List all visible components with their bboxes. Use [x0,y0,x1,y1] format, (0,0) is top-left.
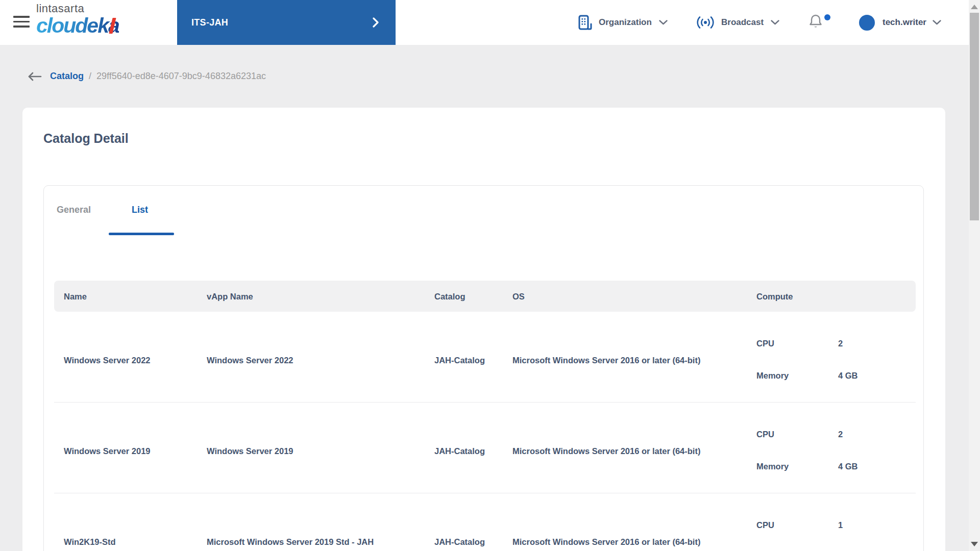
cell-vapp: Microsoft Windows Server 2019 Std - JAH [207,537,374,547]
broadcast-dropdown[interactable]: Broadcast [696,0,779,45]
page-title: Catalog Detail [43,131,129,146]
cell-cpu-value: 2 [838,338,843,348]
table-row: Windows Server 2022 Windows Server 2022 … [54,312,916,403]
tab-general[interactable]: General [57,205,91,215]
cell-memory-label: Memory [756,461,789,471]
back-arrow-icon[interactable] [28,72,42,81]
cell-os: Microsoft Windows Server 2016 or later (… [512,355,700,365]
vertical-scrollbar[interactable] [969,0,980,551]
chevron-down-icon [659,20,668,25]
app-header: lintasarta cloudeka ITS-JAH Organization [0,0,980,45]
avatar [859,15,875,31]
column-header-os: OS [512,291,525,301]
breadcrumb-current-id: 29ff5640-ed8e-4607-9bc9-46832a6231ac [96,71,266,82]
column-header-compute: Compute [756,291,793,301]
catalog-items-table: Name vApp Name Catalog OS Compute Window… [54,281,916,551]
broadcast-label: Broadcast [721,17,764,28]
cell-vapp: Windows Server 2019 [207,446,293,456]
cell-catalog: JAH-Catalog [434,355,485,365]
cell-cpu-label: CPU [756,520,774,530]
tenant-label: ITS-JAH [191,17,228,28]
chevron-right-icon [373,17,379,28]
table-row: Win2K19-Std Microsoft Windows Server 201… [54,493,916,551]
tab-list[interactable]: List [132,205,148,215]
cell-memory-value: 4 GB [838,461,858,471]
broadcast-icon [696,16,715,29]
cell-os: Microsoft Windows Server 2016 or later (… [512,446,700,456]
user-menu[interactable]: tech.writer [859,0,941,45]
organization-dropdown[interactable]: Organization [578,0,668,45]
organization-building-icon [578,15,592,30]
organization-label: Organization [599,17,652,28]
cell-name: Windows Server 2022 [64,355,151,365]
scrollbar-up-arrow-icon[interactable] [971,5,978,9]
breadcrumb: Catalog / 29ff5640-ed8e-4607-9bc9-46832a… [28,71,266,82]
notification-dot-badge [824,14,830,20]
column-header-catalog: Catalog [434,291,465,301]
catalog-detail-card: Catalog Detail General List Name vApp Na… [22,108,945,551]
table-row: Windows Server 2019 Windows Server 2019 … [54,403,916,493]
cell-vapp: Windows Server 2022 [207,355,293,365]
table-header-row: Name vApp Name Catalog OS Compute [54,281,916,312]
logo-lintasarta-text: lintasarta [36,3,119,14]
cell-cpu-value: 2 [838,429,843,439]
cell-catalog: JAH-Catalog [434,446,485,456]
scrollbar-down-arrow-icon[interactable] [971,542,978,546]
breadcrumb-catalog-link[interactable]: Catalog [50,71,84,82]
breadcrumb-separator: / [89,71,91,82]
chevron-down-icon [933,20,941,25]
chevron-down-icon [771,20,779,25]
cell-name: Win2K19-Std [64,537,116,547]
cell-memory-value: 4 GB [838,370,858,381]
hamburger-menu-icon[interactable] [13,16,30,29]
scrollbar-thumb[interactable] [970,13,979,220]
cell-os: Microsoft Windows Server 2016 or later (… [512,537,700,547]
cell-cpu-label: CPU [756,338,774,348]
catalog-detail-panel: General List Name vApp Name Catalog OS C… [43,185,924,551]
username-label: tech.writer [883,17,926,28]
cell-catalog: JAH-Catalog [434,537,485,547]
column-header-vapp: vApp Name [207,291,253,301]
cell-cpu-value: 1 [838,520,843,530]
active-tab-underline [109,233,174,235]
cell-name: Windows Server 2019 [64,446,151,456]
notifications-button[interactable] [808,13,831,34]
cell-cpu-label: CPU [756,429,774,439]
logo-cloudeka-text: cloudeka [36,15,119,36]
column-header-name: Name [64,291,87,301]
brand-logo: lintasarta cloudeka [36,3,119,36]
cell-memory-label: Memory [756,370,789,381]
tenant-selector-button[interactable]: ITS-JAH [177,0,396,45]
